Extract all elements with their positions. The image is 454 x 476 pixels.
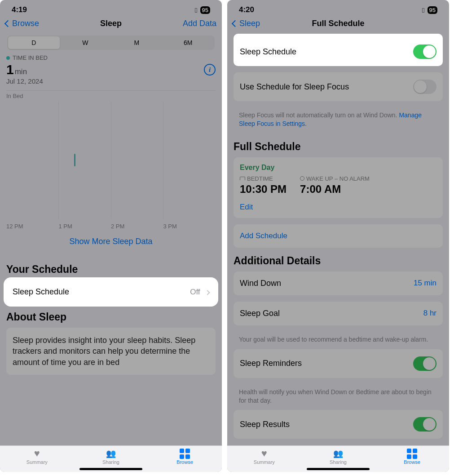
heart-icon: ♥ [258, 449, 270, 458]
alarm-icon [300, 176, 304, 181]
wind-down-value: 15 min [414, 279, 436, 288]
metric-date: Jul 12, 2024 [4, 77, 217, 88]
sleep-goal-value: 8 hr [423, 309, 436, 318]
wifi-icon: 􀙇 [195, 6, 197, 14]
sleep-schedule-row[interactable]: Sleep Schedule Off [6, 280, 216, 304]
sleep-reminders-row[interactable]: Sleep Reminders [234, 349, 443, 378]
goal-footnote: Your goal will be used to recommend a be… [232, 332, 445, 349]
your-schedule-header: Your Schedule [6, 263, 216, 276]
tab-summary[interactable]: ♥ Summary [227, 449, 301, 465]
sleep-chart[interactable]: In Bed 12 PM 1 PM 2 PM 3 PM [6, 90, 216, 230]
back-button[interactable]: Sleep [233, 19, 260, 28]
chart-x-axis: 12 PM 1 PM 2 PM 3 PM [6, 223, 216, 230]
bedtime-value: 10:30 PM [240, 183, 287, 196]
sleep-schedule-label: Sleep Schedule [240, 47, 296, 57]
show-more-sleep-data[interactable]: Show More Sleep Data [4, 230, 217, 256]
tab-summary[interactable]: ♥ Summary [0, 449, 74, 465]
full-schedule-header: Full Schedule [234, 141, 443, 153]
sleep-results-toggle[interactable] [413, 417, 436, 432]
series-color-dot [6, 56, 10, 60]
nav-bar: Sleep Full Schedule [227, 15, 449, 34]
sleep-schedule-label: Sleep Schedule [13, 287, 69, 297]
nav-bar: Browse Sleep Add Data [0, 15, 222, 34]
chevron-right-icon [205, 290, 210, 295]
sleep-reminders-toggle[interactable] [413, 356, 436, 371]
add-schedule-row[interactable]: Add Schedule [234, 224, 443, 248]
back-label: Browse [12, 19, 39, 28]
chart-series-label: In Bed [6, 91, 216, 101]
metric-value: 1 [6, 62, 14, 77]
phone-right: 4:20 􀙇 95 Sleep Full Schedule Sleep Sche… [227, 0, 449, 472]
time-range-segmented[interactable]: D W M 6M [7, 36, 215, 50]
chevron-left-icon [4, 20, 12, 27]
phone-left: 4:19 􀙇 95 Browse Sleep Add Data D W M 6M… [0, 0, 222, 472]
wifi-icon: 􀙇 [422, 6, 424, 14]
metric-label: TIME IN BED [6, 54, 216, 61]
back-label: Sleep [239, 19, 260, 28]
home-indicator[interactable] [79, 468, 142, 470]
use-focus-label: Use Schedule for Sleep Focus [240, 82, 349, 92]
back-button[interactable]: Browse [5, 19, 39, 28]
metric-unit: min [15, 67, 27, 76]
schedule-days: Every Day [240, 164, 436, 172]
page-title: Full Schedule [312, 19, 364, 28]
about-sleep-text: Sleep provides insight into your sleep h… [6, 328, 216, 375]
about-sleep-header: About Sleep [6, 311, 216, 323]
sleep-results-row[interactable]: Sleep Results [234, 410, 443, 439]
edit-schedule-link[interactable]: Edit [240, 203, 436, 212]
schedule-card[interactable]: Every Day BEDTIME 10:30 PM WAKE UP – NO … [234, 157, 443, 218]
battery-level: 95 [428, 6, 437, 14]
home-indicator[interactable] [307, 468, 370, 470]
status-time: 4:20 [239, 5, 254, 14]
add-data-button[interactable]: Add Data [183, 19, 216, 28]
battery-level: 95 [200, 6, 210, 14]
grid-icon [179, 449, 191, 458]
status-time: 4:19 [12, 5, 27, 14]
info-icon[interactable]: i [204, 64, 216, 76]
tab-browse[interactable]: Browse [148, 449, 222, 465]
use-focus-toggle[interactable] [413, 80, 436, 94]
additional-details-header: Additional Details [234, 255, 443, 267]
bed-icon [240, 177, 245, 180]
tab-browse[interactable]: Browse [375, 449, 449, 465]
status-bar: 4:19 􀙇 95 [0, 0, 222, 15]
people-icon: 👥 [105, 449, 117, 458]
grid-icon [406, 449, 418, 458]
people-icon: 👥 [332, 449, 344, 458]
use-focus-row[interactable]: Use Schedule for Sleep Focus [234, 72, 443, 101]
wind-down-row[interactable]: Wind Down 15 min [234, 271, 443, 295]
segment-6month[interactable]: 6M [163, 36, 214, 49]
chevron-left-icon [232, 20, 239, 27]
tab-sharing[interactable]: 👥 Sharing [74, 449, 148, 465]
page-title: Sleep [100, 19, 122, 28]
segment-week[interactable]: W [60, 36, 111, 49]
tab-sharing[interactable]: 👥 Sharing [301, 449, 375, 465]
sleep-schedule-toggle[interactable] [413, 44, 436, 59]
add-schedule-label: Add Schedule [240, 231, 287, 240]
in-bed-bar [74, 154, 75, 166]
wake-value: 7:00 AM [300, 183, 370, 196]
sleep-schedule-value: Off [190, 288, 200, 296]
segment-month[interactable]: M [111, 36, 163, 49]
reminders-footnote: Health will notify you when Wind Down or… [232, 384, 445, 410]
status-bar: 4:20 􀙇 95 [227, 0, 449, 15]
segment-day[interactable]: D [8, 36, 60, 49]
focus-footnote: Sleep Focus will not automatically turn … [232, 107, 445, 133]
sleep-goal-row[interactable]: Sleep Goal 8 hr [234, 302, 443, 325]
heart-icon: ♥ [31, 449, 43, 458]
sleep-schedule-toggle-row[interactable]: Sleep Schedule [234, 37, 443, 66]
